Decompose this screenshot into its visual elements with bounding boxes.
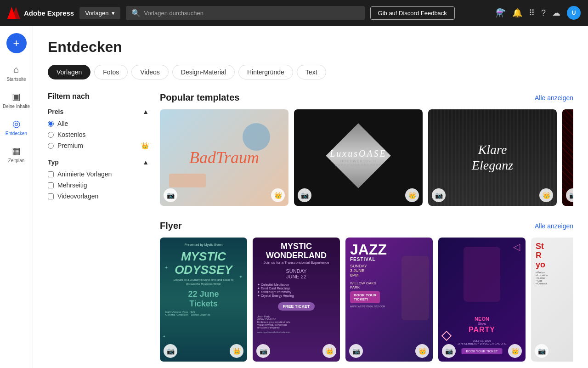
tab-hintergruende[interactable]: Hintergründe — [238, 65, 293, 79]
discover-icon: ◎ — [12, 118, 20, 129]
template-camera-icon-2[interactable]: 📷 — [298, 188, 311, 202]
template-premium-icon-2[interactable]: 👑 — [405, 188, 419, 202]
template-premium-icon-6[interactable]: 👑 — [322, 344, 336, 358]
cloud-icon[interactable]: ☁ — [552, 8, 560, 18]
templates-area: Popular templates Alle anzeigen BadTraum… — [160, 92, 573, 368]
partial-details: • Potion• Location• Game• Call• Contact — [536, 271, 573, 285]
radio-premium[interactable] — [48, 143, 54, 149]
apps-icon[interactable]: ⠿ — [529, 8, 535, 18]
filter-price-header[interactable]: Preis ▲ — [48, 108, 149, 115]
sidebar-item-startseite[interactable]: ⌂ Startseite — [0, 61, 33, 85]
partial-title: StRyo — [536, 242, 573, 269]
sidebar-item-inhalte[interactable]: ▣ Deine Inhalte — [0, 87, 33, 113]
template-premium-icon-7[interactable]: 👑 — [415, 344, 429, 358]
filter-option-premium[interactable]: Premium 👑 — [48, 142, 149, 149]
template-camera-icon[interactable]: 📷 — [164, 188, 177, 202]
create-button[interactable]: + — [6, 33, 27, 53]
flyer-template-grid: Presented by Mystic Event MYSTICODYSSEY … — [160, 238, 573, 362]
avatar[interactable]: U — [567, 6, 581, 20]
tab-videos[interactable]: Videos — [131, 65, 169, 79]
template-card-mystic-wonderland[interactable]: MYSTICWONDERLAND Join us for a Transcond… — [253, 238, 340, 362]
template-camera-icon-6[interactable]: 📷 — [256, 344, 270, 358]
template-premium-icon-8[interactable]: 👑 — [508, 344, 522, 358]
luxusoase-subtitle: HOCHWERTIGER BADEZIMMERBEDARF — [330, 159, 387, 167]
radio-alle[interactable] — [48, 121, 54, 127]
tab-fotos[interactable]: Fotos — [94, 65, 128, 79]
dropdown-button[interactable]: Vorlagen ▾ — [79, 7, 120, 19]
template-card-mystic-odyssey[interactable]: Presented by Mystic Event MYSTICODYSSEY … — [160, 238, 247, 362]
template-card-partial[interactable]: StRyo • Potion• Location• Game• Call• Co… — [531, 238, 573, 362]
card-overlay-icons-8: 📷 — [442, 344, 456, 358]
template-premium-icon-3[interactable]: 👑 — [539, 188, 553, 202]
eleganz-title: KlareEleganz — [472, 142, 513, 173]
card-overlay-icons-2: 📷 — [298, 188, 311, 202]
card-overlay-icons-9: 📷 — [535, 344, 548, 358]
jazz-ticket-btn: BOOK YOURTICKET! — [350, 291, 380, 303]
wonderland-date: SUNDAYJUNE 22 — [257, 268, 335, 279]
tab-text[interactable]: Text — [297, 65, 326, 79]
search-input[interactable] — [144, 10, 359, 17]
filter-option-mehrseitig[interactable]: Mehrseitig — [48, 181, 149, 189]
template-camera-icon-5[interactable]: 📷 — [164, 344, 177, 358]
mystic-subtitle: Embark on a Journey Beyond Time and Spac… — [165, 278, 242, 286]
discord-button[interactable]: Gib auf Discord Feedback — [370, 6, 455, 20]
card-overlay-icons-5: 📷 — [164, 344, 177, 358]
app-title: Adobe Express — [24, 9, 74, 17]
neon-book-btn[interactable]: BOOK YOUR TICKET — [462, 348, 503, 354]
filter-option-kostenlos[interactable]: Kostenlos — [48, 131, 149, 138]
tab-vorlagen[interactable]: Vorlagen — [48, 65, 90, 79]
neon-title-area: NEON Glow PARTY — [438, 316, 526, 334]
template-card-neon-party[interactable]: ◁ NEON Glow PARTY JULY 10, 20251876 KEMB… — [438, 238, 526, 362]
chevron-up-icon-2: ▲ — [142, 159, 149, 166]
template-card-klare-eleganz[interactable]: KlareEleganz 📷 👑 — [428, 109, 557, 206]
template-camera-icon-7[interactable]: 📷 — [349, 344, 363, 358]
neon-glow: Glow — [438, 322, 526, 326]
template-card-bad-traum[interactable]: BadTraum 📷 👑 — [160, 109, 288, 206]
lab-icon[interactable]: ⚗️ — [496, 8, 506, 18]
premium-crown-icon: 👑 — [141, 142, 149, 149]
chevron-up-icon: ▲ — [142, 108, 149, 115]
star-icon-3: ✦ — [163, 334, 166, 339]
sidebar-item-entdecken[interactable]: ◎ Entdecken — [0, 114, 33, 140]
filter-price-options: Alle Kostenlos Premium 👑 — [48, 120, 149, 149]
decorative-rect — [169, 174, 206, 187]
card-overlay-icons: 📷 — [164, 188, 177, 202]
template-card-red-pattern[interactable]: 📷 👑 — [562, 109, 573, 206]
tab-design[interactable]: Design-Material — [172, 65, 235, 79]
filter-option-alle[interactable]: Alle — [48, 120, 149, 127]
star-icon-2: ✦ — [239, 274, 243, 279]
radio-kostenlos[interactable] — [48, 132, 54, 138]
template-camera-icon-9[interactable]: 📷 — [535, 344, 548, 358]
luxusoase-title: LuxusOASE — [330, 148, 387, 159]
template-card-jazz-festival[interactable]: JAZZ FESTIVAL SUNDAY3 JUNE8PM WILLOW OAK… — [345, 238, 433, 362]
template-premium-icon-5[interactable]: 👑 — [230, 344, 243, 358]
jazz-title: JAZZ — [350, 242, 428, 257]
template-camera-icon-4[interactable]: 📷 — [566, 188, 573, 202]
filter-type-header[interactable]: Typ ▲ — [48, 159, 149, 166]
checkbox-animiert[interactable] — [48, 171, 54, 177]
filter-option-animiert[interactable]: Animierte Vorlagen — [48, 170, 149, 178]
star-icon: ✦ — [164, 265, 168, 270]
card-overlay-icons-4: 📷 — [566, 188, 573, 202]
bell-icon[interactable]: 🔔 — [512, 8, 522, 18]
neon-label: NEON — [438, 316, 526, 322]
template-premium-icon[interactable]: 👑 — [271, 188, 285, 202]
template-camera-icon-8[interactable]: 📷 — [442, 344, 456, 358]
checkbox-mehrseitig[interactable] — [48, 182, 54, 188]
wonderland-features: ✦ Celestial Meditation ✦ Tarot Card Read… — [257, 283, 335, 298]
app-logo[interactable]: Adobe Express — [7, 6, 74, 19]
sidebar-item-zeitplan[interactable]: ▦ Zeitplan — [0, 142, 33, 167]
card-overlay-icons-6: 📷 — [256, 344, 270, 358]
flyer-alle-anzeigen-link[interactable]: Alle anzeigen — [535, 222, 573, 230]
filter-option-videovorlagen[interactable]: Videovorlagen — [48, 192, 149, 200]
help-icon[interactable]: ? — [541, 8, 546, 18]
checkbox-videovorlagen[interactable] — [48, 193, 54, 199]
sidebar-item-label: Zeitplan — [8, 158, 25, 163]
eleganz-inner: KlareEleganz — [472, 142, 513, 173]
template-card-luxusoase[interactable]: LuxusOASE HOCHWERTIGER BADEZIMMERBEDARF … — [294, 109, 423, 206]
neon-party: PARTY — [438, 326, 526, 334]
category-tabs: Vorlagen Fotos Videos Design-Material Hi… — [48, 65, 573, 79]
template-camera-icon-3[interactable]: 📷 — [432, 188, 446, 202]
popular-alle-anzeigen-link[interactable]: Alle anzeigen — [535, 94, 573, 102]
content-area: Filtern nach Preis ▲ Alle Kostenlos Prem… — [48, 92, 573, 368]
